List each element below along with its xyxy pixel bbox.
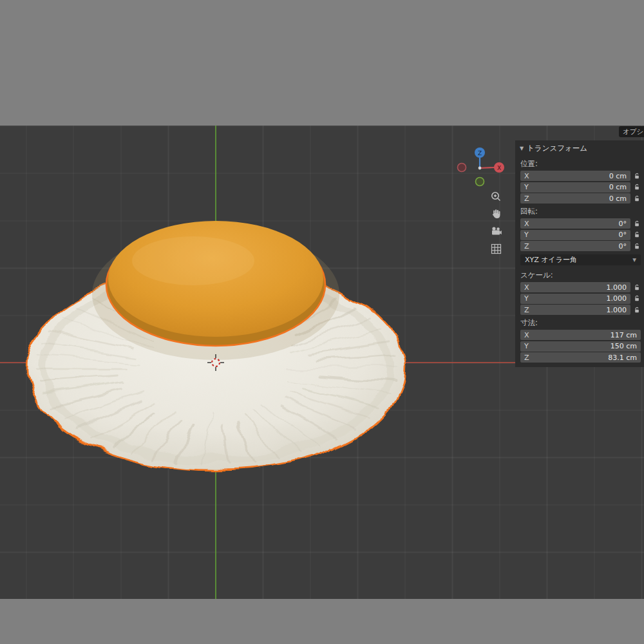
- scale-y-field[interactable]: Y 1.000: [520, 294, 630, 304]
- axis-label: X: [524, 331, 529, 339]
- scale-x-row: X 1.000: [520, 282, 641, 292]
- field-value: 0 cm: [609, 172, 627, 180]
- rotation-label: 回転:: [515, 204, 644, 218]
- lock-icon[interactable]: [632, 243, 641, 250]
- dimensions-x-row: X 117 cm: [520, 330, 641, 340]
- gizmo-x-line: [480, 167, 495, 168]
- pan-tool-button[interactable]: [490, 208, 502, 220]
- scale-y-row: Y 1.000: [520, 294, 641, 304]
- camera-icon: [490, 225, 502, 237]
- gizmo-neg-x-ball[interactable]: [458, 164, 466, 172]
- dimensions-y-row: Y 150 cm: [520, 341, 641, 352]
- rotation-x-row: X 0°: [520, 218, 641, 229]
- lock-icon[interactable]: [632, 173, 641, 180]
- rotation-mode-value: XYZ オイラー角: [525, 255, 577, 265]
- zoom-icon: [490, 191, 502, 202]
- 3d-viewport[interactable]: Z X: [0, 126, 644, 599]
- yolk-highlight: [132, 236, 254, 285]
- gizmo-y-ball[interactable]: [476, 178, 484, 186]
- lock-icon[interactable]: [632, 284, 641, 291]
- field-value: 0 cm: [609, 194, 627, 203]
- dimensions-x-field[interactable]: X 117 cm: [520, 330, 641, 340]
- dimensions-z-row: Z 83.1 cm: [520, 352, 641, 363]
- axis-label: X: [524, 172, 529, 180]
- letterbox-bottom: [0, 599, 644, 644]
- axis-label: Z: [524, 354, 529, 362]
- chevron-down-icon: ▼: [632, 257, 636, 263]
- scale-label: スケール:: [515, 267, 644, 282]
- field-value: 1.000: [607, 283, 627, 292]
- lock-icon[interactable]: [632, 220, 641, 227]
- lock-icon[interactable]: [632, 195, 641, 202]
- axis-label: X: [524, 220, 529, 228]
- axis-label: Z: [524, 242, 529, 251]
- dimensions-z-field[interactable]: Z 83.1 cm: [520, 352, 641, 363]
- lock-icon[interactable]: [632, 184, 641, 191]
- rotation-y-field[interactable]: Y 0°: [520, 230, 630, 240]
- grid-view-button[interactable]: [490, 243, 502, 254]
- location-x-row: X 0 cm: [520, 171, 641, 181]
- letterbox-top: [0, 0, 644, 126]
- field-value: 0°: [619, 220, 627, 228]
- panel-title: トランスフォーム: [527, 144, 587, 153]
- navigation-gizmo[interactable]: Z X: [454, 142, 509, 192]
- hand-icon: [490, 208, 502, 220]
- field-value: 0°: [619, 242, 627, 251]
- gizmo-center-dot: [478, 167, 482, 170]
- 3d-cursor: [206, 353, 225, 372]
- gizmo-x-label: X: [497, 165, 501, 171]
- axis-label: Y: [524, 231, 529, 239]
- field-value: 1.000: [607, 294, 627, 303]
- field-value: 1.000: [607, 306, 627, 314]
- location-z-row: Z 0 cm: [520, 193, 641, 204]
- axis-label: Y: [524, 342, 529, 350]
- grid-icon: [491, 243, 502, 254]
- axis-label: Z: [524, 306, 529, 314]
- axis-label: X: [524, 283, 529, 292]
- rotation-x-field[interactable]: X 0°: [520, 218, 630, 229]
- location-label: 位置:: [515, 156, 644, 171]
- rotation-mode-dropdown[interactable]: XYZ オイラー角 ▼: [520, 254, 641, 265]
- rotation-z-row: Z 0°: [520, 241, 641, 251]
- axis-label: Z: [524, 194, 529, 203]
- field-value: 83.1 cm: [608, 354, 637, 362]
- field-value: 0 cm: [609, 183, 627, 191]
- scale-x-field[interactable]: X 1.000: [520, 282, 630, 292]
- field-value: 117 cm: [611, 331, 637, 339]
- location-x-field[interactable]: X 0 cm: [520, 171, 630, 181]
- lock-icon[interactable]: [632, 231, 641, 238]
- location-y-row: Y 0 cm: [520, 182, 641, 193]
- dimensions-label: 寸法:: [515, 315, 644, 330]
- location-z-field[interactable]: Z 0 cm: [520, 193, 630, 204]
- transform-panel-header[interactable]: ▼ トランスフォーム: [515, 140, 644, 156]
- axis-label: Y: [524, 183, 529, 191]
- chevron-down-icon: ▼: [520, 146, 524, 151]
- gizmo-z-label: Z: [478, 150, 482, 156]
- location-y-field[interactable]: Y 0 cm: [520, 182, 630, 193]
- options-button[interactable]: オプシ: [619, 126, 644, 137]
- scale-z-row: Z 1.000: [520, 305, 641, 315]
- camera-view-button[interactable]: [490, 225, 502, 237]
- rotation-z-field[interactable]: Z 0°: [520, 241, 630, 251]
- transform-panel: ▼ トランスフォーム 位置: X 0 cm Y 0 cm Z: [515, 140, 644, 367]
- rotation-y-row: Y 0°: [520, 230, 641, 240]
- zoom-tool-button[interactable]: [490, 191, 502, 202]
- axis-label: Y: [524, 294, 529, 303]
- viewport-tools: [488, 191, 504, 254]
- dimensions-y-field[interactable]: Y 150 cm: [520, 341, 641, 352]
- lock-icon[interactable]: [632, 295, 641, 302]
- lock-icon[interactable]: [632, 307, 641, 314]
- field-value: 0°: [619, 231, 627, 239]
- scale-z-field[interactable]: Z 1.000: [520, 305, 630, 315]
- field-value: 150 cm: [611, 342, 637, 350]
